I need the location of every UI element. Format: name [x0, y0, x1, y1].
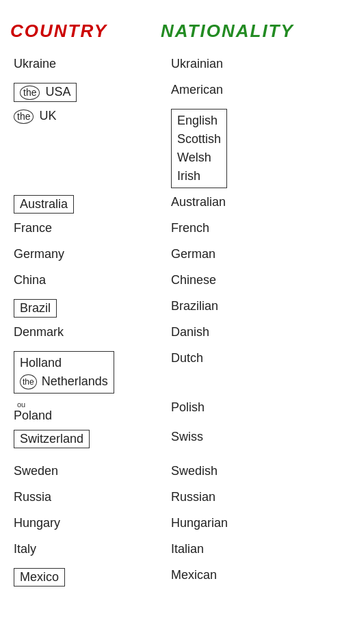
table-row: ChinaChinese [7, 268, 335, 294]
country-name: USA [42, 85, 70, 99]
country-the-boxed: the USA [14, 83, 77, 102]
nationality-line: English [177, 112, 221, 130]
table-row: RussiaRussian [7, 485, 335, 511]
country-name-boxed: Australia [14, 195, 74, 214]
nationality-column-header: NATIONALITY [161, 21, 332, 42]
nationality-name: Dutch [171, 351, 203, 365]
country-cell: Italy [7, 539, 157, 556]
table-row: GermanyGerman [7, 242, 335, 268]
nationality-name: Mexican [171, 568, 217, 582]
nationality-line: Welsh [177, 149, 221, 167]
table-row: the UKEnglishScottishWelshIrish [7, 104, 335, 190]
nationality-name: Hungarian [171, 516, 228, 530]
table-row: ItalyItalian [7, 537, 335, 563]
nationality-cell: Australian [157, 192, 335, 209]
country-name: France [14, 221, 52, 235]
country-multi-boxed: Hollandthe Netherlands [14, 351, 114, 394]
country-cell: Ukraine [7, 54, 157, 71]
netherlands-text: Netherlands [38, 374, 108, 388]
nationality-name: French [171, 221, 209, 235]
country-header-label: COUNTRY [10, 21, 107, 41]
table-row: BrazilBrazilian [7, 294, 335, 320]
country-cell: Australia [7, 192, 157, 214]
country-name: China [14, 273, 46, 287]
nationality-cell: Brazilian [157, 296, 335, 313]
country-cell: Germany [7, 244, 157, 261]
country-column-header: COUNTRY [10, 21, 161, 42]
country-line2: the Netherlands [20, 372, 108, 391]
country-cell: ouPoland [7, 398, 157, 423]
nationality-name: Swedish [171, 464, 218, 478]
country-name-boxed: Mexico [14, 568, 65, 587]
country-cell: Switzerland [7, 427, 157, 448]
country-cell: Sweden [7, 461, 157, 478]
country-name: Denmark [14, 325, 64, 339]
country-name-boxed: Brazil [14, 299, 57, 318]
nationality-multi-boxed: EnglishScottishWelshIrish [171, 109, 227, 188]
country-cell: France [7, 218, 157, 235]
nationality-cell: Italian [157, 539, 335, 556]
country-name: Germany [14, 247, 64, 261]
country-name: Hungary [14, 516, 60, 530]
table-row: SwitzerlandSwiss [7, 425, 335, 451]
country-name: Ukraine [14, 57, 56, 71]
country-cell: Hungary [7, 513, 157, 530]
country-name-boxed: Switzerland [14, 430, 90, 448]
header-row: COUNTRY NATIONALITY [0, 14, 342, 52]
country-line1: Holland [20, 354, 108, 372]
nationality-name: Danish [171, 325, 209, 339]
table-row: the USAAmerican [7, 78, 335, 104]
nationality-line: Irish [177, 167, 221, 185]
country-name: Russia [14, 490, 51, 504]
nationality-header-label: NATIONALITY [161, 21, 294, 41]
nationality-name: American [171, 83, 223, 97]
country-cell: Denmark [7, 322, 157, 339]
table-row: SwedenSwedish [7, 459, 335, 485]
nationality-cell: EnglishScottishWelshIrish [157, 106, 335, 188]
table-row: FranceFrench [7, 216, 335, 242]
nationality-cell: Swiss [157, 427, 335, 444]
country-cell: Brazil [7, 296, 157, 318]
nationality-cell: Mexican [157, 565, 335, 582]
nationality-line: Scottish [177, 130, 221, 149]
nationality-cell: Danish [157, 322, 335, 339]
nationality-name: Russian [171, 490, 215, 504]
table-row: ouPolandPolish [7, 396, 335, 425]
nationality-cell: Swedish [157, 461, 335, 478]
table-row: HungaryHungarian [7, 511, 335, 537]
nationality-name: Australian [171, 195, 226, 209]
country-cell: Russia [7, 487, 157, 504]
nationality-name: Polish [171, 400, 205, 415]
nationality-name: Chinese [171, 273, 216, 287]
table-row: Hollandthe NetherlandsDutch [7, 346, 335, 396]
page-container: COUNTRY NATIONALITY UkraineUkrainianthe … [0, 7, 342, 596]
content-area: UkraineUkrainianthe USAAmericanthe UKEng… [0, 52, 342, 589]
country-ou-plain: ouPoland [14, 400, 52, 423]
table-row: MexicoMexican [7, 563, 335, 589]
country-cell: Mexico [7, 565, 157, 587]
nationality-cell: German [157, 244, 335, 261]
country-name: Italy [14, 542, 36, 556]
nationality-name: Ukrainian [171, 57, 223, 71]
nationality-cell: Polish [157, 398, 335, 415]
the-article: the [14, 110, 34, 124]
nationality-cell: French [157, 218, 335, 235]
the-article: the [20, 86, 40, 100]
nationality-name: Italian [171, 542, 204, 556]
nationality-name: Brazilian [171, 299, 218, 313]
country-cell: the USA [7, 80, 157, 102]
nationality-cell: Chinese [157, 270, 335, 287]
country-cell: China [7, 270, 157, 287]
ou-label: ou [17, 400, 25, 409]
country-name: UK [36, 109, 56, 123]
nationality-name: German [171, 247, 215, 261]
country-cell: Hollandthe Netherlands [7, 348, 157, 394]
nationality-cell: Hungarian [157, 513, 335, 530]
nationality-name: Swiss [171, 430, 203, 444]
country-the-plain: the UK [14, 109, 56, 124]
the-article-circle: the [20, 374, 37, 389]
country-name: Sweden [14, 464, 58, 478]
nationality-cell: Russian [157, 487, 335, 504]
country-name: Poland [14, 409, 52, 423]
table-row: DenmarkDanish [7, 320, 335, 346]
